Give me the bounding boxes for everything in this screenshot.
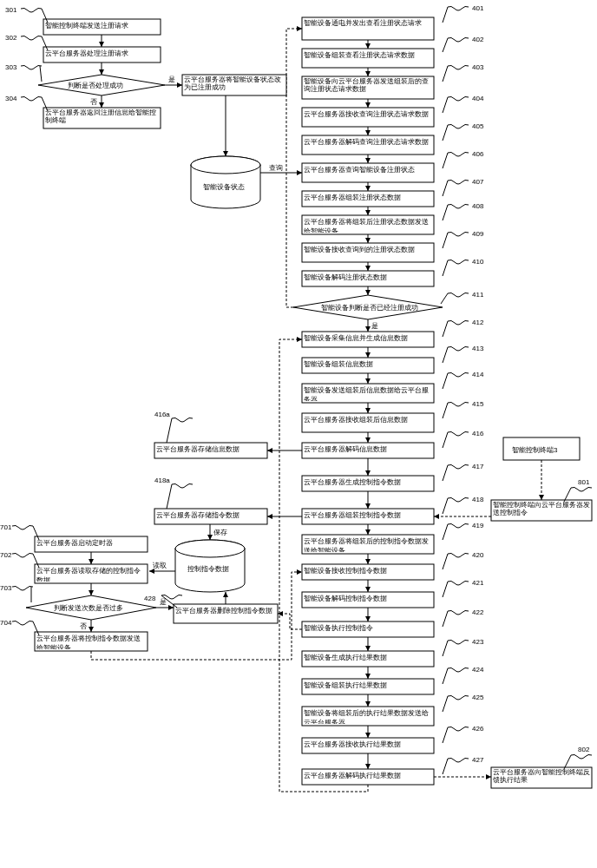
far-right-column: 智能控制终端3 智能控制终端向云平台服务器发送控制指令 801 云平台服务器向智… — [434, 437, 592, 788]
svg-line-7 — [443, 66, 448, 82]
num-423: 423 — [472, 638, 484, 646]
num-425: 425 — [472, 694, 484, 701]
step-304: 云平台服务器返回注册信息给智能控制终端 — [45, 109, 159, 125]
num-422: 422 — [472, 608, 484, 616]
svg-line-96 — [167, 418, 172, 443]
step-409: 智能设备接收查询到的注册状态数据 — [304, 245, 432, 254]
step-428: 云平台服务器删除控制指令数据 — [175, 606, 276, 615]
num-403: 403 — [472, 63, 484, 71]
svg-line-66 — [443, 641, 448, 656]
step-405: 云平台服务器解码查询注册状态请求数据 — [304, 137, 432, 147]
step-407: 云平台服务器组装注册状态数据 — [304, 193, 432, 202]
yes-411: 是 — [371, 322, 378, 330]
no-303: 否 — [90, 98, 97, 106]
num-418: 418 — [472, 496, 484, 503]
mid-column: 云平台服务器存储信息数据 416a 云平台服务器存储指令数据 418a 控制指令… — [144, 411, 302, 629]
step-422: 智能设备执行控制指令 — [304, 623, 432, 633]
step-417: 云平台服务器生成控制指令数据 — [304, 477, 432, 487]
num-405: 405 — [472, 122, 484, 130]
svg-line-42 — [443, 403, 448, 418]
svg-line-51 — [443, 498, 448, 514]
yes-703: 是 — [160, 598, 167, 606]
step-418a: 云平台服务器存储指令数据 — [156, 510, 266, 520]
step-402: 智能设备组装查看注册状态请求数据 — [304, 50, 432, 60]
step-412: 智能设备采集信息并生成信息数据 — [304, 333, 432, 343]
decision-411-text: 智能设备判断是否已经注册成功 — [321, 304, 418, 312]
step-303b: 云平台服务器将智能设备状态改为已注册成功 — [184, 76, 285, 92]
num-702: 702 — [0, 551, 12, 559]
step-423: 智能设备生成执行结果数据 — [304, 653, 432, 662]
step-416: 云平台服务器解码信息数据 — [304, 444, 432, 454]
step-420: 智能设备接收控制指令数据 — [304, 566, 432, 575]
num-304: 304 — [5, 95, 17, 102]
num-303: 303 — [5, 63, 17, 71]
save-label: 保存 — [213, 529, 227, 536]
svg-line-28 — [443, 260, 448, 276]
svg-line-33 — [443, 321, 448, 337]
step-416a: 云平台服务器存储信息数据 — [156, 444, 266, 454]
step-425: 智能设备将组装后的执行结果数据发送给云平台服务器 — [304, 708, 432, 724]
svg-line-48 — [443, 465, 448, 481]
svg-line-72 — [443, 696, 448, 712]
svg-line-4 — [443, 38, 448, 52]
svg-line-39 — [443, 373, 448, 389]
svg-line-57 — [443, 554, 448, 569]
step-426: 云平台服务器接收执行结果数据 — [304, 740, 432, 749]
svg-line-22 — [443, 205, 448, 220]
svg-line-75 — [443, 727, 448, 743]
num-418a: 418a — [154, 477, 170, 484]
num-802: 802 — [578, 746, 590, 753]
num-417: 417 — [472, 463, 484, 470]
num-703: 703 — [0, 584, 12, 592]
num-401: 401 — [472, 4, 484, 12]
num-421: 421 — [472, 579, 484, 587]
svg-line-69 — [443, 668, 448, 684]
step-403: 智能设备向云平台服务器发送组装后的查询注册状态请求数据 — [304, 78, 432, 94]
svg-line-19 — [443, 181, 448, 196]
svg-line-36 — [443, 347, 448, 363]
svg-line-63 — [443, 611, 448, 627]
step-406: 云平台服务器查询智能设备注册状态 — [304, 165, 432, 174]
no-703: 否 — [80, 622, 87, 630]
num-404: 404 — [472, 95, 484, 102]
step-415: 云平台服务器接收组装后信息数据 — [304, 415, 432, 424]
num-413: 413 — [472, 345, 484, 352]
right-column: 智能设备通电并发出查看注册状态请求 401 智能设备组装查看注册状态请求数据 4… — [279, 4, 484, 792]
num-411: 411 — [472, 291, 484, 299]
step-410: 智能设备解码注册状态数据 — [304, 273, 432, 282]
svg-line-10 — [443, 97, 448, 113]
step-421: 智能设备解码控制指令数据 — [304, 594, 432, 603]
step-404: 云平台服务器接收查询注册状态请求数据 — [304, 109, 432, 119]
step-401: 智能设备通电并发出查看注册状态请求 — [304, 19, 432, 28]
num-801: 801 — [578, 478, 590, 486]
svg-line-30 — [441, 293, 448, 304]
terminal-3: 智能控制终端3 — [512, 446, 558, 454]
num-420: 420 — [472, 551, 484, 559]
num-701: 701 — [0, 523, 12, 531]
decision-703-text: 判断发送次数是否过多 — [54, 604, 123, 612]
svg-line-1 — [443, 7, 448, 23]
num-415: 415 — [472, 400, 484, 408]
num-301: 301 — [5, 6, 17, 14]
step-802: 云平台服务器向智能控制终端反馈执行结果 — [493, 769, 590, 785]
num-414: 414 — [472, 371, 484, 378]
read-label: 读取 — [153, 562, 167, 569]
svg-line-78 — [443, 759, 448, 774]
num-416a: 416a — [154, 411, 170, 418]
step-418: 云平台服务器组装控制指令数据 — [304, 510, 432, 520]
num-427: 427 — [472, 756, 484, 764]
step-702: 云平台服务器读取存储的控制指令数据 — [36, 566, 146, 582]
step-701: 云平台服务器启动定时器 — [36, 538, 146, 548]
num-416: 416 — [472, 430, 484, 437]
svg-point-92 — [191, 156, 260, 174]
ctrl-cylinder: 控制指令数据 — [175, 540, 245, 592]
num-302: 302 — [5, 34, 17, 42]
step-302: 云平台服务器处理注册请求 — [45, 49, 159, 58]
step-301: 智能控制终端发送注册请求 — [45, 21, 159, 30]
num-426: 426 — [472, 725, 484, 733]
device-state-cylinder: 智能设备状态 — [191, 156, 260, 208]
svg-line-99 — [167, 484, 172, 509]
step-801: 智能控制终端向云平台服务器发送控制指令 — [493, 502, 590, 517]
svg-line-45 — [443, 432, 448, 448]
yes-303: 是 — [168, 76, 175, 83]
